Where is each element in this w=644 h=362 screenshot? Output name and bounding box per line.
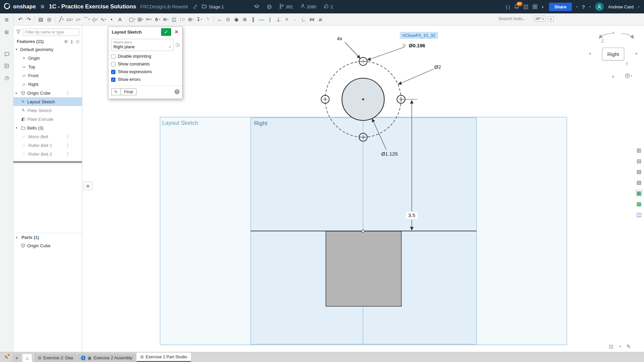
apps-icon[interactable] <box>533 4 537 9</box>
sketch-sheet-icon[interactable]: ▤ <box>37 15 45 24</box>
checkbox-disable-imprinting[interactable]: Disable imprinting <box>111 54 180 59</box>
tab-exercise-2-dea[interactable]: ⊞ Exercise 2: Dea <box>34 354 77 362</box>
parts-header[interactable]: ▾ Parts (1) <box>13 233 82 241</box>
rotate-left-arrow[interactable]: ◂ <box>589 51 591 56</box>
inspect-icon[interactable]: ◎ <box>45 15 53 24</box>
measure-tool-icon[interactable]: ⌀ <box>316 15 325 24</box>
featurescript-icon[interactable]: { } <box>506 4 510 9</box>
help-caret-icon[interactable]: ▾ <box>589 5 591 8</box>
sidebar-item-roller-belt-2[interactable]: ◦ Roller Belt 2 ⋮ <box>13 150 82 158</box>
share-caret-icon[interactable]: ▾ <box>576 5 578 8</box>
chevron-down-icon[interactable]: ▾ <box>16 236 20 239</box>
tangent-constraint-icon[interactable]: ⊚ <box>241 15 249 24</box>
spline-tool-icon[interactable]: ∿▾ <box>99 15 107 24</box>
trim-tool-icon[interactable]: ✂▾ <box>145 15 153 24</box>
sketch-plane-field[interactable]: Sketch plane Right plane × <box>111 39 174 51</box>
insert-here-icon[interactable]: ⊞ <box>64 39 67 44</box>
dialog-help-icon[interactable]: ? <box>175 89 180 94</box>
model-canvas[interactable]: Layout Sketch Right <box>82 25 644 352</box>
sidebar-item-top-plane[interactable]: ▱ Top <box>13 62 82 71</box>
render-settings-icon[interactable]: ⊡ <box>609 344 613 350</box>
kebab-menu-icon[interactable]: ⋮ <box>66 152 70 156</box>
hole-count-label[interactable]: 4x <box>337 36 342 41</box>
project-tool-icon[interactable]: ⊞▾ <box>136 15 145 24</box>
variables-panel-icon[interactable]: ▧ <box>635 168 643 175</box>
parts-item-origin-cube[interactable]: Origin Cube <box>13 241 82 250</box>
checkbox-show-constraints[interactable]: Show constraints <box>111 62 180 66</box>
closefit-expression-label[interactable]: #CloseFit_10_32 <box>402 33 435 38</box>
rectangle-tool-icon[interactable]: ▭▾ <box>65 15 74 24</box>
point-tool-icon[interactable]: • <box>107 15 116 24</box>
fork-count[interactable]: 392 <box>279 4 293 10</box>
insert-studio-icon[interactable]: ⊞ <box>0 29 13 35</box>
new-tab-button[interactable]: + <box>12 354 21 362</box>
workspace-selector[interactable]: Stage 1 <box>202 4 224 9</box>
undo-icon[interactable]: ↶ <box>16 15 24 24</box>
view-cube-face[interactable]: Right <box>602 48 624 60</box>
sidebar-item-origin-cube[interactable]: ▸ Origin Cube ⋮ <box>13 89 82 97</box>
document-title[interactable]: 1C - Practice Exercise Solutions <box>49 3 136 10</box>
sidebar-item-right-plane[interactable]: ▱ Right <box>13 80 82 89</box>
rollback-icon[interactable]: ◷ <box>76 39 79 44</box>
sidebar-item-belts-folder[interactable]: ▾ Belts (3) <box>13 123 82 132</box>
custom-tables-icon[interactable]: ▥ <box>635 146 643 154</box>
coincident-constraint-icon[interactable]: ⊙ <box>224 15 232 24</box>
tree-panel-handle[interactable]: ≣ <box>84 182 92 190</box>
home-tab-button[interactable]: ⌂ <box>22 354 32 362</box>
import-dxf-icon[interactable]: ↧▾ <box>195 15 203 24</box>
notifications-bell[interactable]: 9+ <box>514 4 519 9</box>
kebab-menu-icon[interactable]: ⋮ <box>66 134 70 139</box>
document-panel-icon[interactable] <box>0 63 13 68</box>
user-avatar[interactable] <box>595 2 604 11</box>
comments-icon[interactable] <box>0 52 13 57</box>
bore-diameter-dim[interactable]: Ø1.125 <box>381 151 398 157</box>
share-button[interactable]: Share <box>549 3 572 11</box>
circle-tool-icon[interactable]: ○▾ <box>74 15 82 24</box>
slot-tool-icon[interactable]: ▢▾ <box>128 15 136 24</box>
kebab-menu-icon[interactable]: ⋮ <box>66 143 70 148</box>
search-tools-input[interactable] <box>498 16 531 21</box>
vertical-constraint-icon[interactable]: | <box>266 15 274 24</box>
rotate-ccw-arc[interactable] <box>599 34 611 38</box>
bore-center-point[interactable] <box>362 98 364 100</box>
sidebar-item-origin[interactable]: ⌖ Origin <box>13 54 82 62</box>
tab-exercise-2-part-studio[interactable]: ⊞ Exercise 2 Part Studio <box>137 353 191 362</box>
view-menu-cube-icon[interactable]: ▾ <box>625 73 632 79</box>
text-tool-icon[interactable]: A <box>116 15 124 24</box>
view-settings-icon[interactable]: ◔ <box>618 344 622 350</box>
like-count[interactable]: 2 <box>324 4 333 10</box>
dimension-tool-icon[interactable]: ↔ <box>215 15 224 24</box>
horizontal-constraint-icon[interactable]: — <box>257 15 266 24</box>
bom-panel-icon[interactable]: ▤ <box>635 157 643 165</box>
redo-icon[interactable]: ↷ <box>24 15 33 24</box>
polygon-tool-icon[interactable]: ◇▾ <box>91 15 99 24</box>
fillet-tool-icon[interactable]: ◝ <box>203 15 212 24</box>
named-views-icon[interactable]: ▩ <box>635 200 643 208</box>
sketch-preview-icon[interactable]: ✎ <box>111 88 120 95</box>
journal-icon[interactable] <box>524 4 528 9</box>
dialog-header[interactable]: Layout Sketch ✓ × <box>108 27 182 37</box>
sidebar-item-plate-sketch[interactable]: ✎ Plate Sketch <box>13 106 82 115</box>
checkbox-show-expressions[interactable]: ✓ Show expressions <box>111 69 180 74</box>
user-menu-caret-icon[interactable]: ▾ <box>638 5 639 8</box>
equal-constraint-icon[interactable]: = <box>283 15 291 24</box>
height-dim-label[interactable]: 3.5 <box>408 212 415 218</box>
origin-point[interactable] <box>362 230 364 232</box>
sidebar-item-front-plane[interactable]: ▱ Front <box>13 71 82 80</box>
user-name[interactable]: Andrew Card <box>608 4 634 9</box>
accept-button[interactable]: ✓ <box>161 28 171 36</box>
perpendicular-constraint-icon[interactable]: ⊥ <box>274 15 283 24</box>
origin-cube-section[interactable] <box>326 231 401 306</box>
sidebar-item-layout-sketch[interactable]: ✎ Layout Sketch <box>13 97 82 106</box>
education-badge[interactable] <box>254 4 259 9</box>
kebab-menu-icon[interactable]: ⋮ <box>66 91 70 95</box>
sidebar-item-default-geometry[interactable]: ▾ Default geometry <box>13 45 82 54</box>
rotate-cw-arc[interactable] <box>622 34 634 38</box>
sidebar-item-plate-extrude[interactable]: ◧ Plate Extrude <box>13 115 82 123</box>
view-orientation-widget[interactable]: ▴ Z ◂ Right ▸ Y ▾ ▾ <box>588 30 644 84</box>
circular-pattern-icon[interactable]: ⊛▾ <box>187 15 195 24</box>
suppress-icon[interactable]: ∥ <box>71 39 73 44</box>
checkbox-checked-icon[interactable]: ✓ <box>111 70 115 74</box>
checkbox-unchecked-icon[interactable] <box>111 54 115 59</box>
onshape-logo[interactable]: onshape <box>3 2 36 11</box>
